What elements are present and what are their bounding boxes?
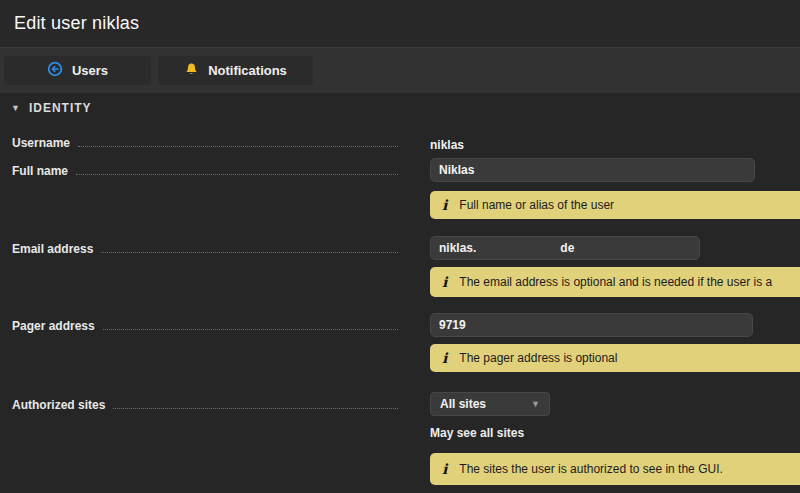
authorized-sites-hint: i The sites the user is authorized to se… bbox=[430, 453, 800, 485]
full-name-hint: i Full name or alias of the user bbox=[430, 191, 800, 219]
dotted-leader bbox=[113, 397, 398, 409]
username-label-cell: Username bbox=[0, 135, 400, 150]
identity-section-title: IDENTITY bbox=[29, 101, 92, 115]
identity-section-header[interactable]: ▼ IDENTITY bbox=[0, 93, 800, 123]
info-icon: i bbox=[442, 461, 447, 477]
authorized-sites-label-cell: Authorized sites bbox=[0, 392, 400, 412]
pager-input[interactable] bbox=[430, 313, 753, 337]
full-name-input[interactable] bbox=[430, 158, 755, 182]
authorized-sites-row: Authorized sites All sites ▼ bbox=[0, 392, 800, 416]
full-name-value-cell bbox=[430, 158, 755, 182]
dotted-leader bbox=[103, 318, 398, 330]
users-button-label: Users bbox=[72, 63, 108, 78]
username-label: Username bbox=[12, 136, 70, 150]
dotted-leader bbox=[101, 241, 398, 253]
email-row: Email address niklas. de bbox=[0, 236, 800, 260]
authorized-sites-label: Authorized sites bbox=[12, 398, 105, 412]
authorized-sites-selected: All sites bbox=[440, 397, 486, 411]
info-icon: i bbox=[442, 274, 447, 290]
pager-label: Pager address bbox=[12, 319, 95, 333]
title-bar: Edit user niklas bbox=[0, 0, 800, 47]
toolbar: Users Notifications bbox=[0, 47, 800, 93]
username-value: niklas bbox=[430, 138, 464, 152]
email-domain-part: de bbox=[560, 241, 574, 255]
chevron-down-icon: ▼ bbox=[531, 399, 540, 409]
notifications-button[interactable]: Notifications bbox=[158, 56, 313, 85]
email-label-cell: Email address bbox=[0, 236, 400, 256]
pager-value-cell bbox=[430, 313, 753, 337]
authorized-sites-dropdown[interactable]: All sites ▼ bbox=[430, 392, 550, 416]
email-input[interactable]: niklas. de bbox=[430, 236, 700, 260]
username-row: Username niklas bbox=[0, 135, 800, 155]
edit-user-page: Edit user niklas Users Notifications bbox=[0, 0, 800, 493]
email-hint-text: The email address is optional and is nee… bbox=[459, 275, 772, 289]
bell-icon bbox=[184, 62, 199, 80]
email-value-cell: niklas. de bbox=[430, 236, 700, 260]
full-name-hint-text: Full name or alias of the user bbox=[459, 198, 614, 212]
email-local-part: niklas. bbox=[439, 241, 476, 255]
notifications-button-label: Notifications bbox=[208, 63, 287, 78]
username-value-cell: niklas bbox=[430, 135, 464, 153]
pager-label-cell: Pager address bbox=[0, 313, 400, 333]
info-icon: i bbox=[442, 350, 447, 366]
full-name-label-cell: Full name bbox=[0, 158, 400, 178]
authorized-sites-status: May see all sites bbox=[430, 426, 800, 440]
authorized-sites-value-cell: All sites ▼ bbox=[430, 392, 550, 416]
back-circle-icon bbox=[47, 61, 63, 80]
pager-hint-text: The pager address is optional bbox=[459, 351, 617, 365]
full-name-row: Full name bbox=[0, 158, 800, 182]
authorized-sites-hint-text: The sites the user is authorized to see … bbox=[459, 462, 722, 476]
form-content: ▼ IDENTITY Username niklas Full name i bbox=[0, 93, 800, 485]
info-icon: i bbox=[442, 197, 447, 213]
page-title: Edit user niklas bbox=[14, 13, 139, 34]
email-label: Email address bbox=[12, 242, 93, 256]
dotted-leader bbox=[76, 163, 398, 175]
email-hint: i The email address is optional and is n… bbox=[430, 267, 800, 297]
full-name-label: Full name bbox=[12, 164, 68, 178]
pager-hint: i The pager address is optional bbox=[430, 344, 800, 372]
dotted-leader bbox=[78, 135, 398, 147]
users-button[interactable]: Users bbox=[4, 56, 151, 85]
pager-row: Pager address bbox=[0, 313, 800, 337]
collapse-triangle-icon[interactable]: ▼ bbox=[11, 104, 20, 113]
